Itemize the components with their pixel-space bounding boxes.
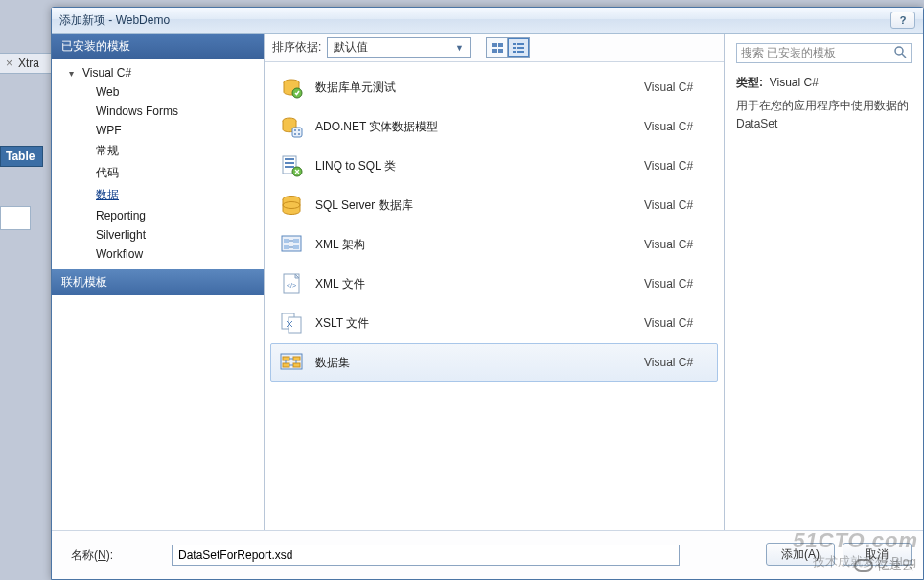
svg-rect-26 xyxy=(284,239,289,243)
svg-rect-3 xyxy=(498,49,503,53)
tree-node-child[interactable]: Reporting xyxy=(52,206,264,225)
svg-rect-27 xyxy=(293,239,299,243)
chevron-down-icon: ▼ xyxy=(452,41,466,55)
svg-rect-38 xyxy=(293,357,300,360)
template-item-language: Visual C# xyxy=(644,238,711,251)
sort-combobox[interactable]: 默认值 ▼ xyxy=(327,37,471,58)
svg-rect-13 xyxy=(292,128,302,137)
tree-node-child[interactable]: Windows Forms xyxy=(52,102,264,121)
close-tab-icon[interactable]: × xyxy=(6,57,12,70)
svg-rect-29 xyxy=(293,245,299,249)
editor-tab-label: Xtra xyxy=(18,57,39,70)
svg-rect-21 xyxy=(285,166,294,168)
installed-templates-header[interactable]: 已安装的模板 xyxy=(52,34,264,59)
template-list: 数据库单元测试Visual C#ADO.NET 实体数据模型Visual C#L… xyxy=(265,62,724,530)
tree-node-child[interactable]: Silverlight xyxy=(52,225,264,244)
svg-line-46 xyxy=(902,54,906,58)
svg-rect-37 xyxy=(283,357,289,360)
template-item[interactable]: ADO.NET 实体数据模型Visual C# xyxy=(270,107,718,146)
tree-node-child[interactable]: 数据 xyxy=(52,184,264,206)
svg-rect-28 xyxy=(284,245,289,249)
name-input[interactable] xyxy=(172,545,680,566)
add-button[interactable]: 添加(A) xyxy=(766,543,835,566)
help-button[interactable]: ? xyxy=(890,12,915,29)
svg-rect-7 xyxy=(517,47,524,49)
svg-rect-0 xyxy=(492,43,497,47)
svg-rect-19 xyxy=(285,158,294,160)
view-mode-toggle xyxy=(486,37,530,58)
dialog-footer: 名称(N): 添加(A) 取消 xyxy=(52,530,923,579)
cancel-button[interactable]: 取消 xyxy=(843,543,912,566)
linq-icon xyxy=(277,151,306,180)
sqldb-icon xyxy=(277,191,306,220)
svg-rect-20 xyxy=(285,162,294,164)
xsd-icon xyxy=(277,230,306,259)
template-item[interactable]: XML 架构Visual C# xyxy=(270,225,718,264)
dialog-title: 添加新项 - WebDemo xyxy=(59,12,170,29)
svg-rect-1 xyxy=(498,43,503,47)
search-placeholder-text: 搜索 已安装的模板 xyxy=(741,45,836,61)
template-item[interactable]: </>XML 文件Visual C# xyxy=(270,265,718,303)
online-templates-header[interactable]: 联机模板 xyxy=(52,269,264,295)
details-type-label: 类型: xyxy=(736,76,763,89)
template-item-label: XSLT 文件 xyxy=(315,315,635,332)
search-icon xyxy=(893,45,907,61)
details-panel: 搜索 已安装的模板 类型: Visual C# 用于在您的应用程序中使用数据的 … xyxy=(725,34,923,530)
tree-node-child[interactable]: Workflow xyxy=(52,244,264,264)
details-description: 用于在您的应用程序中使用数据的 DataSet xyxy=(736,97,912,133)
db-icon xyxy=(277,73,306,102)
template-item-label: XML 文件 xyxy=(315,276,635,292)
template-item-label: XML 架构 xyxy=(315,237,635,253)
add-new-item-dialog: 添加新项 - WebDemo ? 已安装的模板 Visual C# WebWin… xyxy=(51,7,924,580)
sort-combobox-value: 默认值 xyxy=(334,39,368,56)
sort-toolbar: 排序依据: 默认值 ▼ xyxy=(265,34,724,62)
ado-icon xyxy=(277,112,306,141)
view-large-icons-button[interactable] xyxy=(487,38,508,57)
dataset-icon xyxy=(277,348,306,377)
name-label: 名称(N): xyxy=(71,547,152,564)
template-sidebar: 已安装的模板 Visual C# WebWindows FormsWPF常规代码… xyxy=(52,34,265,530)
tree-node-child[interactable]: Web xyxy=(52,82,264,102)
svg-rect-4 xyxy=(513,43,516,45)
svg-rect-2 xyxy=(492,49,497,53)
template-item[interactable]: 数据库单元测试Visual C# xyxy=(270,68,718,106)
svg-point-15 xyxy=(298,129,300,131)
search-templates-input[interactable]: 搜索 已安装的模板 xyxy=(736,43,912,63)
template-item-language: Visual C# xyxy=(644,81,711,94)
tree-node-child[interactable]: 常规 xyxy=(52,140,264,162)
view-details-button[interactable] xyxy=(508,38,529,57)
dialog-titlebar[interactable]: 添加新项 - WebDemo ? xyxy=(52,8,923,34)
details-type-value: Visual C# xyxy=(770,76,819,89)
tree-node-child[interactable]: 代码 xyxy=(52,162,264,184)
svg-point-17 xyxy=(298,133,300,135)
svg-rect-40 xyxy=(293,363,300,367)
template-item-language: Visual C# xyxy=(644,356,711,369)
sort-label: 排序依据: xyxy=(272,39,321,56)
template-item[interactable]: XSLT 文件Visual C# xyxy=(270,304,718,342)
svg-rect-9 xyxy=(517,51,524,53)
editor-tab[interactable]: × Xtra xyxy=(0,53,53,74)
svg-rect-6 xyxy=(513,47,516,49)
svg-point-45 xyxy=(895,47,903,55)
tree-node-child[interactable]: WPF xyxy=(52,121,264,140)
template-item-language: Visual C# xyxy=(644,316,711,330)
svg-point-16 xyxy=(294,133,296,135)
template-item-language: Visual C# xyxy=(644,159,711,173)
template-item-label: 数据集 xyxy=(315,355,635,371)
template-item-label: SQL Server 数据库 xyxy=(315,197,635,214)
template-item[interactable]: SQL Server 数据库Visual C# xyxy=(270,186,718,224)
tree-node-root[interactable]: Visual C# xyxy=(52,63,264,82)
svg-rect-5 xyxy=(517,43,524,45)
template-item[interactable]: 数据集Visual C# xyxy=(270,343,718,382)
xml-icon: </> xyxy=(277,269,306,298)
svg-text:</>: </> xyxy=(287,282,296,289)
template-item-label: 数据库单元测试 xyxy=(315,80,635,96)
template-item-label: LINQ to SQL 类 xyxy=(315,158,635,174)
template-item-language: Visual C# xyxy=(644,120,711,133)
template-item[interactable]: LINQ to SQL 类Visual C# xyxy=(270,147,718,185)
svg-rect-8 xyxy=(513,51,516,53)
panel-fragment xyxy=(0,206,31,230)
xslt-icon xyxy=(277,309,306,337)
template-item-label: ADO.NET 实体数据模型 xyxy=(315,119,635,135)
svg-rect-39 xyxy=(283,363,289,367)
